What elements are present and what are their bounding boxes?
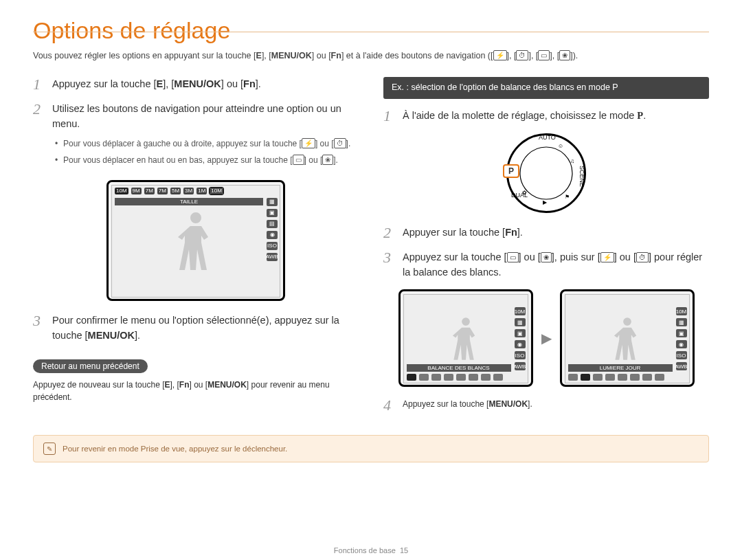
step-number: 2 [383,225,396,240]
svg-text:✿: ✿ [522,190,527,196]
silhouette-icon [175,207,216,276]
step-text: Appuyez sur la touche [▭] ou [❀], puis s… [403,250,709,280]
right-column: Ex. : sélection de l'option de balance d… [383,77,709,423]
lcd-figure-wb-after: 10M▦▣◉ISOAWB LUMIERE JOUR [560,289,695,387]
step-number: 2 [33,102,45,170]
mode-dial-figure: P AUTO SCENE DUAL ☺♫⚑▶✿ [506,133,586,213]
example-banner: Ex. : sélection de l'option de balance d… [383,77,709,99]
disp-icon: ▭ [538,50,550,60]
svg-text:♫: ♫ [570,158,574,164]
step-number: 1 [383,109,396,124]
step-text: Appuyez sur la touche [E], [MENU/OK] ou … [52,77,359,92]
step-text: Appuyez sur la touche [MENU/OK]. [403,398,709,413]
lcd-figure-size: 10M9M7M7M5M3M1M10M TAILLE ▦▣▤◉ISOAWB [106,180,285,301]
step-text: À l'aide de la molette de réglage, chois… [403,109,709,124]
step-text: Utilisez les boutons de navigation pour … [52,102,359,170]
lcd-title: BALANCE DES BLANCS [407,364,511,372]
step-number: 3 [383,250,396,280]
footer: Fonctions de base 15 [0,546,742,555]
step-number: 4 [383,398,396,413]
note-box: ✎ Pour revenir en mode Prise de vue, app… [33,435,709,462]
info-icon: ✎ [43,443,56,455]
macro-icon: ❀ [559,50,570,60]
step-number: 1 [33,77,45,92]
svg-text:▶: ▶ [543,199,548,205]
return-pill: Retour au menu précédent [33,359,148,373]
step-text: Pour confirmer le menu ou l'option sélec… [52,313,359,344]
note-text: Pour revenir en mode Prise de vue, appuy… [63,445,287,453]
svg-text:☺: ☺ [558,143,563,149]
lcd-title: LUMIERE JOUR [568,364,673,372]
svg-point-0 [520,147,572,199]
left-column: 1 Appuyez sur la touche [E], [MENU/OK] o… [33,77,359,423]
page-title: Options de réglage [33,18,709,43]
timer-icon: ⏱ [516,50,528,60]
flash-icon: ⚡ [493,50,507,60]
step-number: 3 [33,313,45,344]
arrow-right-icon: ▶ [541,330,552,346]
lcd-title: TAILLE [115,198,263,205]
sub-bullet: Pour vous déplacer à gauche ou à droite,… [55,137,359,150]
step-text: Appuyer sur la touche [Fn]. [403,225,709,240]
svg-text:⚑: ⚑ [565,194,570,200]
return-text: Appuyez de nouveau sur la touche [E], [F… [33,379,359,403]
silhouette-icon [451,313,481,364]
lcd-figure-wb-before: 10M▦▣◉ISOAWB BALANCE DES BLANCS [398,289,533,387]
sub-bullet: Pour vous déplacer en haut ou en bas, ap… [55,154,359,166]
intro-text: Vous pouvez régler les options en appuya… [33,50,709,60]
silhouette-icon [612,313,642,364]
